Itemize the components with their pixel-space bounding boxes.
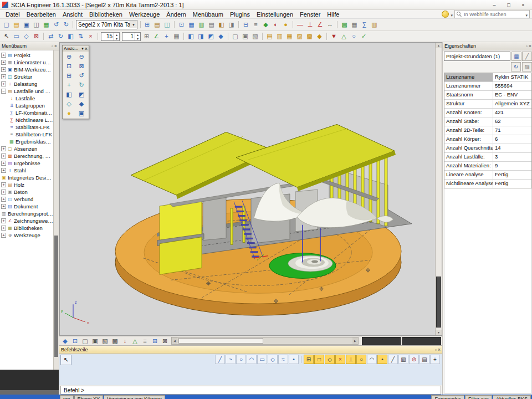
view-z-icon[interactable]: ◩ — [206, 32, 216, 41]
expand-icon[interactable]: + — [1, 67, 6, 72]
property-row[interactable]: Anzahl Stäbe:62 — [444, 117, 531, 126]
property-row[interactable]: Nichtlineare AnalyseFertig — [444, 180, 531, 188]
document-icon[interactable]: ▤ — [207, 21, 216, 29]
status-vereinigung-von-k-rpern[interactable]: Vereinigung von Körpern — [104, 395, 165, 399]
menu-ansicht[interactable]: Ansicht — [59, 11, 86, 18]
support-icon[interactable]: △ — [339, 32, 349, 41]
property-row[interactable]: LizenznameRyklin STATIK — [444, 73, 531, 82]
scroll-right-icon[interactable] — [352, 337, 358, 344]
zoom-in-icon[interactable]: ⊕ — [63, 52, 75, 62]
scale-spinner[interactable]: 15 — [101, 32, 120, 41]
maximize-button[interactable]: □ — [502, 1, 515, 9]
new-opening-icon[interactable]: ▩ — [305, 32, 314, 41]
transparent-icon[interactable]: ▧ — [250, 32, 260, 41]
snap-center-icon[interactable]: ○ — [356, 355, 366, 364]
expand-icon[interactable]: + — [1, 154, 6, 158]
tree-item-stabilit-ts-lfk[interactable]: ≈Stabilitäts-LFK — [0, 124, 53, 131]
snap-midpoint-icon[interactable]: ◇ — [325, 355, 335, 364]
dimension-icon[interactable]: ↔ — [325, 21, 335, 29]
layers-icon[interactable]: ▤ — [152, 21, 162, 29]
property-row[interactable]: Anzahl 2D-Teile:71 — [444, 126, 531, 135]
view-direction-icon[interactable]: ◆ — [60, 336, 70, 345]
menu-bibliotheken[interactable]: Bibliotheken — [86, 11, 126, 18]
check-icon[interactable]: ✓ — [359, 32, 369, 41]
view-selector-combo[interactable]: Segel2 x 70m Kita Tamm — [76, 20, 137, 29]
clipping-box-icon[interactable]: ⊠ — [160, 336, 170, 345]
load-panel-icon[interactable]: ▼ — [329, 32, 339, 41]
ucs-icon[interactable]: ∠ — [152, 32, 161, 41]
point-tool-icon[interactable]: • — [289, 355, 299, 364]
tree-item-berechnungsprotokoll[interactable]: ▥Berechnungsprotokoll — [0, 210, 53, 217]
rect-tool-icon[interactable]: ▭ — [257, 355, 267, 364]
save-icon[interactable]: ▣ — [22, 21, 31, 29]
show-loads-icon[interactable]: ↓ — [120, 336, 130, 345]
expand-icon[interactable]: + — [1, 81, 6, 86]
spline-tool-icon[interactable]: ≈ — [278, 355, 288, 364]
volume-mode-icon[interactable]: ▩ — [110, 336, 120, 345]
status-filter-aus[interactable]: Filter aus — [465, 395, 492, 399]
menu-fenster[interactable]: Fenster — [296, 11, 324, 18]
close-panel-icon[interactable] — [54, 43, 57, 49]
view-palette[interactable]: Ansic... ⊕⊖⊡⊠⊞↺+↻◧◩◇◆●▣ — [62, 45, 89, 119]
mesh-icon[interactable]: ▦ — [350, 21, 359, 29]
status-nm[interactable]: nm — [60, 395, 74, 399]
line-tool-icon[interactable]: ╱ — [215, 355, 225, 364]
new-beam-icon[interactable]: ▤ — [265, 32, 274, 41]
table-results-icon[interactable]: ▥ — [197, 21, 206, 29]
tree-item-beton[interactable]: +▣Beton — [0, 188, 53, 196]
tree-item-berechnung-fe-netz[interactable]: +▩Berechnung, FE-Netz — [0, 152, 53, 160]
zoom-out-icon[interactable]: ⊖ — [76, 52, 88, 62]
tree-item-holz[interactable]: +▤Holz — [0, 181, 53, 188]
tree-item-linienraster-und-geschosse[interactable]: +▦Linienraster und Geschosse — [0, 59, 53, 66]
help-dropdown-icon[interactable] — [451, 11, 453, 18]
search-dropdown-icon[interactable] — [525, 11, 528, 18]
tree-item-lastf-lle-und-lf-kombinationen[interactable]: −▤Lastfälle und LF-Kombinationen — [0, 88, 53, 95]
angle-icon[interactable]: ∠ — [315, 21, 325, 29]
engineering-report-icon[interactable]: ▥ — [370, 21, 379, 29]
tree-item-zeichnungswerkzeuge[interactable]: +∠Zeichnungswerkzeuge — [0, 217, 53, 224]
perspective-view-icon[interactable]: ◇ — [63, 99, 75, 109]
menu-datei[interactable]: Datei — [2, 11, 23, 18]
selection-poly-icon[interactable]: ◇ — [22, 32, 31, 41]
status-fangmodus[interactable]: Fangmodus — [431, 395, 464, 399]
property-row[interactable]: Anzahl Materialien:9 — [444, 162, 531, 171]
property-row[interactable]: Anzahl Querschnitte:14 — [444, 144, 531, 153]
status-aktuelles-bks[interactable]: Aktuelles BKS — [493, 395, 531, 399]
open-project-icon[interactable]: ▤ — [12, 21, 21, 29]
snap-settings-icon[interactable]: ⊞ — [142, 32, 151, 41]
expand-icon[interactable]: + — [1, 233, 6, 238]
axonometry-icon[interactable]: ◆ — [216, 32, 226, 41]
expand-icon[interactable]: + — [1, 218, 6, 223]
expand-icon[interactable]: + — [1, 53, 6, 58]
palette-dropdown-icon[interactable] — [81, 46, 84, 51]
command-input[interactable] — [63, 387, 439, 394]
undo-icon[interactable]: ↺ — [52, 21, 61, 29]
activity-icon[interactable]: ◫ — [162, 21, 172, 29]
properties-combo[interactable]: Projekt-Grunddaten (1) — [444, 52, 510, 61]
view-y-icon[interactable]: ◨ — [196, 32, 206, 41]
search-input[interactable] — [463, 11, 524, 18]
rotate-icon[interactable]: ↻ — [56, 32, 65, 41]
gallery-icon[interactable]: ◧ — [217, 21, 226, 29]
grid-toggle-icon[interactable]: ▦ — [172, 32, 181, 41]
snap-line-icon[interactable]: ╱ — [388, 355, 398, 364]
expand-icon[interactable]: + — [1, 161, 6, 166]
property-row[interactable]: Lineare AnalyseFertig — [444, 171, 531, 180]
render-settings-icon[interactable]: ▣ — [76, 109, 88, 118]
actions-list-icon[interactable]: ▦ — [511, 52, 521, 61]
table-input-icon[interactable]: ▦ — [187, 21, 196, 29]
expand-icon[interactable]: + — [1, 74, 6, 79]
pan-view-icon[interactable]: + — [63, 80, 75, 90]
snap-grid-icon[interactable]: ⊞ — [304, 355, 314, 364]
perpendicular-icon[interactable]: ⊥ — [305, 21, 315, 29]
viewport-hscrollbar[interactable] — [171, 337, 359, 345]
menu-men-baum[interactable]: Menübaum — [190, 11, 227, 18]
pin-icon[interactable] — [526, 43, 528, 49]
new-project-icon[interactable]: ▢ — [2, 21, 11, 29]
zoom-all-icon[interactable]: ⊠ — [76, 62, 88, 71]
tree-item-absenzen[interactable]: +▢Absenzen — [0, 145, 53, 152]
coordinates-icon[interactable]: + — [162, 32, 171, 41]
lamp-icon[interactable]: ● — [63, 109, 75, 118]
scale-up-button[interactable] — [114, 33, 119, 37]
tree-scrollbar-thumb[interactable] — [54, 236, 58, 357]
